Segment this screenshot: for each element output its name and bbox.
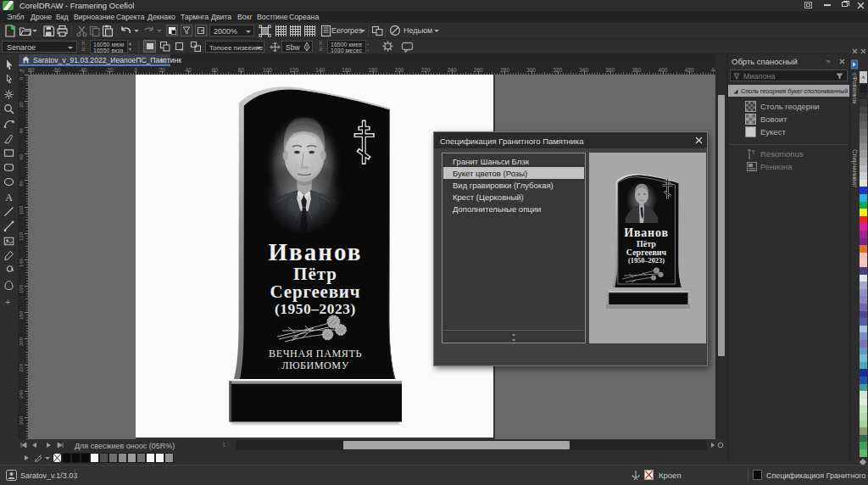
svg-text:ЛЮБИМОМУ: ЛЮБИМОМУ: [281, 360, 349, 371]
svg-text:Иванов: Иванов: [624, 226, 669, 239]
svg-text:ВЕЧНАЯ ПАМЯТЬ: ВЕЧНАЯ ПАМЯТЬ: [269, 348, 362, 360]
svg-text:(1950–2023): (1950–2023): [275, 300, 356, 317]
svg-text:a: a: [181, 46, 184, 53]
svg-text:Сергеевич: Сергеевич: [270, 282, 361, 302]
svg-text:A: A: [5, 192, 13, 203]
svg-text:(1950–2023): (1950–2023): [628, 257, 665, 265]
svg-text:Иванов: Иванов: [269, 238, 363, 265]
svg-text:Сергеевич: Сергеевич: [626, 248, 667, 257]
